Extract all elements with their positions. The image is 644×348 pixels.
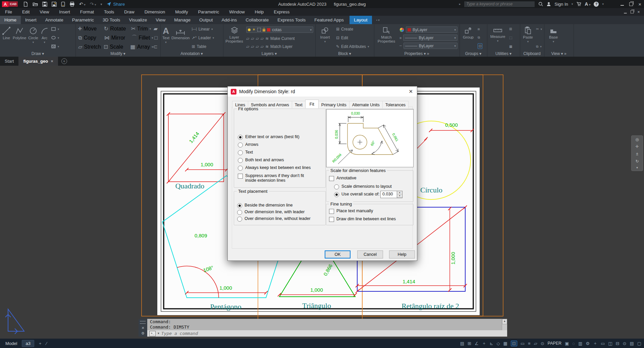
explode-button[interactable]: □	[154, 35, 158, 40]
layout-tab-a3[interactable]: a3	[22, 340, 34, 347]
arc-button[interactable]: Arc▾	[40, 25, 49, 50]
ribbon-tab-manage[interactable]: Manage	[170, 16, 195, 24]
panel-label-block[interactable]: Block ▾	[315, 51, 374, 56]
paste-button[interactable]: Paste▾	[522, 25, 534, 50]
overall-scale-value[interactable]: 0.030	[381, 191, 397, 198]
group-edit-button[interactable]: ⧉	[478, 35, 482, 40]
linetype-select[interactable]: ———ByLayer▾	[404, 43, 458, 49]
panel-label-draw[interactable]: Draw ▾	[0, 51, 75, 56]
print-icon[interactable]	[69, 2, 75, 7]
match-layer-button[interactable]: ▱▱▱▱≋Match Layer	[246, 44, 313, 49]
move-button[interactable]: ✢Move	[78, 26, 103, 31]
ok-button[interactable]: OK	[325, 250, 351, 258]
sign-in-button[interactable]: Sign In	[554, 2, 568, 7]
new-file-icon[interactable]	[23, 2, 28, 7]
units-icon[interactable]: ▭	[601, 341, 605, 346]
panel-label-clipboard[interactable]: Clipboard	[520, 51, 544, 56]
command-grip[interactable]: •••••••••• ✕ ⚙	[139, 319, 147, 337]
selection-cycling-icon[interactable]: ⊙	[541, 341, 544, 346]
ribbon-tab-featuredapps[interactable]: Featured Apps	[310, 16, 348, 24]
dialog-title-bar[interactable]: A Modify Dimension Style: rd ✕	[228, 86, 417, 97]
create-block-button[interactable]: ⊞Create	[336, 26, 369, 32]
menu-file[interactable]: File	[0, 9, 17, 14]
open-folder-icon[interactable]	[33, 2, 38, 7]
edit-block-button[interactable]: ⊟Edit	[336, 35, 369, 40]
ribbon-tab-addins[interactable]: Add-ins	[217, 16, 241, 24]
ribbon-tab-annotate[interactable]: Annotate	[41, 16, 68, 24]
annotation-monitor-icon[interactable]: ＋	[593, 340, 597, 346]
menu-window[interactable]: Window	[224, 9, 250, 14]
erase-button[interactable]: ▰	[154, 26, 158, 31]
command-customize-icon[interactable]: ⚙	[141, 331, 145, 336]
doc-minimize-icon[interactable]	[624, 13, 627, 13]
undo-button[interactable]: ↶ ▾	[79, 1, 86, 7]
overall-scale-spinner[interactable]: 0.030 ▲▼	[380, 191, 402, 198]
restore-icon[interactable]	[629, 2, 633, 6]
save-icon[interactable]	[42, 2, 47, 7]
object-snap-icon[interactable]: ▭	[521, 341, 525, 346]
checkbox-place-text-manually[interactable]: Place text manually	[329, 209, 373, 214]
base-button[interactable]: Base▾	[546, 25, 561, 50]
command-history[interactable]: Command: Command: DIMSTY ▲	[147, 319, 507, 330]
ribbon-tab-parametric[interactable]: Parametric	[68, 16, 98, 24]
search-icon[interactable]	[538, 2, 543, 6]
tab-alternate-units[interactable]: Alternate Units	[349, 101, 383, 108]
tab-tolerances[interactable]: Tolerances	[382, 101, 409, 108]
radio-both-text-arrows[interactable]: Both text and arrows	[238, 158, 284, 163]
workspace-switching-icon[interactable]: ⚙	[586, 341, 590, 346]
ribbon-tab-home[interactable]: Home	[0, 16, 21, 24]
insert-button[interactable]: Insert▾	[317, 25, 333, 50]
help-chevron[interactable]: ▾	[602, 2, 604, 6]
menu-edit[interactable]: Edit	[17, 9, 35, 14]
polyline-button[interactable]: Polyline	[13, 25, 26, 50]
stretch-button[interactable]: ▱Stretch	[78, 44, 102, 49]
grid-toggle-icon[interactable]: ▤	[460, 341, 464, 346]
radio-beside-dimension-line[interactable]: Beside the dimension line	[237, 203, 293, 208]
command-prompt-icon[interactable]: >_	[149, 331, 156, 336]
lock-ui-icon[interactable]: ⊟	[616, 341, 620, 346]
polar-tracking-icon[interactable]: ◇	[497, 341, 500, 346]
lineweight-select[interactable]: ———ByLayer▾	[403, 35, 458, 41]
menu-format[interactable]: Format	[75, 9, 99, 14]
command-close-icon[interactable]: ✕	[141, 326, 144, 330]
snap-mode-icon[interactable]: ⊞	[468, 341, 471, 346]
panel-label-layers[interactable]: Layers ▾	[223, 51, 315, 56]
help-button[interactable]: Help	[389, 250, 415, 258]
menu-help[interactable]: Help	[250, 9, 269, 14]
copy-button[interactable]: ⧉Copy	[78, 35, 103, 40]
hatch-tool[interactable]: ▾	[51, 44, 59, 49]
command-input-placeholder[interactable]: Type a command	[161, 331, 198, 336]
pan-icon[interactable]: ✛	[635, 144, 639, 149]
group-selection-toggle[interactable]: ⊡	[478, 43, 482, 49]
panel-label-modify[interactable]: Modify ▾	[75, 51, 160, 56]
radio-always-keep-text[interactable]: Always keep text between ext lines	[238, 165, 311, 171]
trim-button[interactable]: ✂Trim▾	[131, 26, 152, 31]
ribbon-tab-3dtools[interactable]: 3D Tools	[98, 16, 124, 24]
spin-up-icon[interactable]: ▲	[397, 191, 402, 194]
add-layout-button[interactable]: +	[39, 341, 42, 346]
ribbon-tab-view[interactable]: View	[151, 16, 170, 24]
quick-select-button[interactable]: ⊞	[509, 26, 512, 32]
rotate-button[interactable]: ↻Rotate	[104, 26, 130, 31]
menu-draw[interactable]: Draw	[119, 9, 139, 14]
fillet-button[interactable]: ⌒Fillet▾	[131, 35, 153, 40]
menu-view[interactable]: View	[35, 9, 54, 14]
zoom-icon[interactable]: ±	[636, 152, 638, 156]
file-tab-start[interactable]: Start	[0, 57, 18, 66]
quick-properties-icon[interactable]: ◫	[608, 341, 612, 346]
edit-attributes-button[interactable]: ✎Edit Attributes▾	[336, 44, 369, 49]
isolate-objects-icon[interactable]: ⊙	[623, 341, 627, 346]
leader-button[interactable]: ↗°Leader▾	[192, 35, 214, 40]
cancel-button[interactable]: Cancel	[357, 250, 383, 258]
isometric-drafting-icon[interactable]: ▦	[503, 341, 507, 346]
save-as-icon[interactable]	[52, 2, 57, 7]
autoscale-icon[interactable]: ◌	[572, 341, 575, 346]
checkbox-draw-dim-line[interactable]: Draw dim line between ext lines	[329, 217, 396, 222]
object-color-select[interactable]: ByLayer▾	[406, 26, 458, 33]
scale-button[interactable]: ⊡Scale	[104, 44, 129, 49]
layout-more-icon[interactable]: ∕	[46, 341, 47, 346]
share-button[interactable]: Share	[106, 2, 125, 7]
menu-dimension[interactable]: Dimension	[140, 9, 170, 14]
ribbon-tab-output[interactable]: Output	[195, 16, 217, 24]
cart-icon[interactable]	[576, 2, 581, 6]
